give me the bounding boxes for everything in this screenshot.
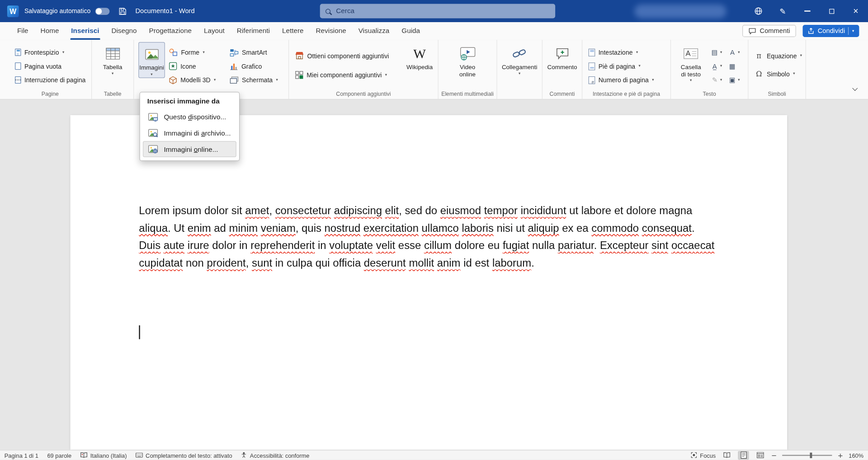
group-caption-symbols: Simboli [749, 91, 806, 97]
table-button[interactable]: Tabella ▾ [98, 42, 127, 77]
cover-page-icon [15, 48, 21, 56]
links-button[interactable]: Collegamenti ▾ [501, 42, 538, 77]
misspelled-word: consectetur [275, 204, 331, 216]
dropcap-button[interactable]: A̲▾ [708, 59, 726, 73]
web-layout-button[interactable] [755, 451, 765, 460]
tab-progettazione[interactable]: Progettazione [143, 22, 198, 40]
page-break-icon [15, 76, 21, 84]
pictures-button[interactable]: Immagini ▾ [138, 42, 165, 78]
zoom-in-button[interactable]: + [838, 451, 843, 459]
picture-stock-icon [148, 128, 158, 138]
word-app-icon[interactable]: W [7, 5, 19, 17]
document-text[interactable]: Lorem ipsum dolor sit amet, consectetur … [139, 202, 718, 272]
document-canvas[interactable]: Lorem ipsum dolor sit amet, consectetur … [0, 99, 868, 450]
chevron-down-icon: ▾ [852, 29, 854, 33]
object-button[interactable]: ▣▾ [726, 73, 744, 87]
3d-model-icon [169, 75, 177, 84]
menu-item-text: Immagini di [164, 129, 201, 137]
new-comment-button[interactable]: Commento [546, 42, 578, 72]
tab-guida[interactable]: Guida [396, 22, 426, 40]
misspelled-word: enim [188, 222, 211, 234]
chart-button[interactable]: Grafico [228, 59, 285, 73]
misspelled-word: fugiat [503, 239, 529, 251]
chevron-down-icon: ▾ [214, 78, 216, 82]
chevron-down-icon: ▾ [690, 79, 692, 83]
accessibility-status[interactable]: Accessibilità: conforme [241, 452, 309, 459]
menu-item-this-device[interactable]: Questo dispositivo... [143, 109, 236, 125]
misspelled-word: elit [385, 204, 399, 216]
chevron-down-icon: ▾ [519, 72, 520, 76]
focus-mode-button[interactable]: Focus [691, 452, 716, 459]
wikipedia-button[interactable]: W Wikipedia [404, 42, 435, 72]
icons-button[interactable]: Icone [167, 59, 226, 73]
smartart-button[interactable]: SmartArt [228, 45, 285, 59]
textbox-icon [683, 47, 698, 60]
quick-parts-button[interactable]: ▤▾ [708, 45, 726, 59]
tab-revisione[interactable]: Revisione [310, 22, 352, 40]
close-button[interactable]: × [844, 0, 868, 22]
maximize-button[interactable] [819, 0, 844, 22]
misspelled-word: amet [245, 204, 269, 216]
date-time-button[interactable]: ▦ [726, 59, 744, 73]
wordart-button[interactable]: A▾ [726, 45, 744, 59]
get-addins-button[interactable]: Ottieni componenti aggiuntivi [293, 49, 402, 63]
table-label: Tabella [103, 64, 123, 70]
tab-disegno[interactable]: Disegno [105, 22, 143, 40]
equation-button[interactable]: π Equazione▾ [753, 49, 804, 63]
3d-models-button[interactable]: Modelli 3D▾ [167, 73, 226, 87]
group-tables: Tabella ▾ Tabelle [92, 40, 134, 99]
signature-line-button[interactable]: ✎▾ [708, 73, 726, 87]
misspelled-word: voluptate [329, 239, 373, 251]
search-input[interactable] [335, 7, 550, 16]
language-status[interactable]: Italiano (Italia) [80, 452, 127, 459]
symbol-button[interactable]: Ω Simbolo▾ [753, 67, 804, 81]
search-box[interactable] [320, 4, 555, 19]
save-button[interactable] [118, 7, 127, 15]
page-number-icon [589, 76, 595, 84]
read-mode-button[interactable] [722, 451, 732, 460]
print-layout-button[interactable] [738, 451, 749, 460]
my-addins-button[interactable]: Miei componenti aggiuntivi▾ [293, 68, 402, 82]
menu-item-stock-images[interactable]: Immagini di archivio... [143, 125, 236, 141]
page-break-button[interactable]: Interruzione di pagina [13, 73, 87, 87]
collapse-ribbon-button[interactable] [849, 84, 860, 94]
autosave-toggle[interactable] [95, 8, 109, 15]
document-page[interactable]: Lorem ipsum dolor sit amet, consectetur … [71, 115, 788, 450]
cover-page-button[interactable]: Frontespizio▾ [13, 45, 87, 59]
tab-file[interactable]: File [11, 22, 34, 40]
chevron-down-icon: ▾ [793, 72, 795, 76]
toggle-knob [95, 8, 101, 14]
zoom-slider[interactable] [782, 455, 832, 455]
tab-visualizza[interactable]: Visualizza [352, 22, 396, 40]
zoom-level[interactable]: 160% [849, 452, 863, 459]
tab-lettere[interactable]: Lettere [276, 22, 310, 40]
minimize-button[interactable] [795, 0, 819, 22]
shapes-button[interactable]: Forme▾ [167, 45, 226, 59]
menu-item-online-pictures[interactable]: Immagini online... [143, 141, 236, 157]
textbox-button[interactable]: Casella di testo ▾ [675, 42, 707, 84]
page-number-button[interactable]: Numero di pagina▾ [587, 73, 656, 87]
header-label: Intestazione [599, 49, 633, 56]
tab-inserisci[interactable]: Inserisci [65, 22, 105, 40]
share-button-top[interactable]: Condividi ▾ [803, 25, 859, 37]
misspelled-word: consequat [642, 222, 692, 234]
tab-riferimenti[interactable]: Riferimenti [231, 22, 276, 40]
word-count-status[interactable]: 69 parole [47, 452, 71, 459]
ribbon-tab-row: FileHomeInserisciDisegnoProgettazioneLay… [0, 22, 868, 40]
comments-button[interactable]: Commenti [743, 25, 796, 37]
zoom-out-button[interactable]: − [771, 451, 777, 459]
network-status-button[interactable] [746, 0, 771, 22]
tab-home[interactable]: Home [34, 22, 65, 40]
tab-layout[interactable]: Layout [198, 22, 231, 40]
wikipedia-icon: W [413, 47, 426, 61]
editing-mode-button[interactable]: ✎ [770, 0, 795, 22]
picture-online-icon [148, 144, 158, 154]
screenshot-button[interactable]: Schermata▾ [228, 73, 285, 87]
online-video-button[interactable]: Video online [453, 42, 482, 79]
footer-button[interactable]: Piè di pagina▾ [587, 59, 656, 73]
header-button[interactable]: Intestazione▾ [587, 45, 656, 59]
text-completion-status[interactable]: Completamento del testo: attivato [136, 452, 232, 459]
page-count-status[interactable]: Pagina 1 di 1 [5, 452, 38, 459]
blank-page-button[interactable]: Pagina vuota [13, 59, 87, 73]
zoom-slider-thumb[interactable] [810, 452, 812, 458]
